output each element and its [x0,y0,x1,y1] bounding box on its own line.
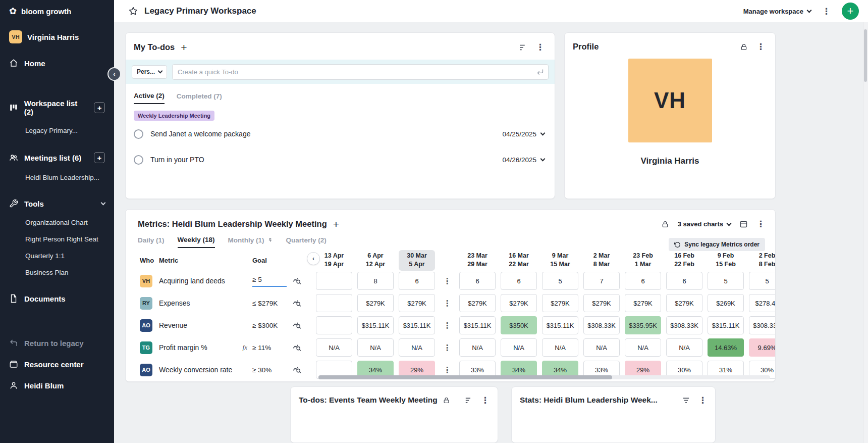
resource-center-button[interactable]: Resource center [0,354,114,375]
chart-zoom-icon[interactable] [293,321,316,330]
metric-value-cell[interactable]: N/A [316,338,352,357]
sidebar-item-quarterly-1-1[interactable]: Quarterly 1:1 [0,248,114,264]
header-menu-icon[interactable]: ⋮ [822,7,831,16]
metric-value-cell[interactable]: $279K [459,294,496,312]
metrics-tab-monthly-1[interactable]: Monthly (1) [228,236,273,248]
sidebar-section-tools[interactable]: Tools [0,193,114,214]
metric-value-cell[interactable]: $279K [542,294,578,312]
chart-zoom-icon[interactable] [293,299,316,308]
sidebar-item-heidi-blum-leadership[interactable]: Heidi Blum Leadership... [0,169,114,186]
add-metric-button[interactable]: + [333,219,339,229]
metric-value-cell[interactable]: 7 [583,272,620,290]
row-menu-icon[interactable]: ⋮ [440,365,454,375]
sidebar-item-organizational-chart[interactable]: Organizational Chart [0,214,114,231]
sidebar-collapse-button[interactable]: ‹ [107,67,121,81]
return-to-legacy-button[interactable]: Return to legacy [0,332,114,354]
events-todos-menu-icon[interactable]: ⋮ [481,396,490,405]
metric-name-cell[interactable]: Revenue [159,321,252,329]
metric-value-cell[interactable]: N/A [399,338,435,357]
goal-cell[interactable]: ≤ $279K [252,299,293,308]
lock-icon[interactable] [740,43,748,51]
todo-type-dropdown[interactable]: Pers... [132,65,167,79]
metric-value-cell[interactable]: $308.33K [583,316,620,334]
metric-value-cell[interactable]: 5 [542,272,578,290]
chart-zoom-icon[interactable] [293,343,316,352]
metric-value-cell[interactable]: 14.63% [708,338,744,357]
metric-value-cell[interactable]: $315.11K [399,316,435,334]
metric-value-cell[interactable]: 6 [501,272,537,290]
metric-value-cell[interactable]: N/A [666,338,702,357]
sync-legacy-metrics-button[interactable]: Sync legacy Metrics order [669,238,765,251]
sort-icon[interactable] [464,396,473,405]
owner-badge[interactable]: AO [140,319,152,332]
owner-badge[interactable]: TG [140,341,152,354]
metric-value-cell[interactable]: $315.11K [708,316,744,334]
metric-value-cell[interactable]: $269K [708,294,744,312]
sidebar-item-right-person-right-seat[interactable]: Right Person Right Seat [0,231,114,248]
row-menu-icon[interactable]: ⋮ [440,321,454,330]
metric-value-cell[interactable]: N/A [357,338,394,357]
metric-value-cell[interactable]: $278.44 [749,294,775,312]
calendar-icon[interactable] [739,220,748,228]
metric-value-cell[interactable] [316,272,352,290]
metric-value-cell[interactable]: $308.33K [666,316,702,334]
metrics-menu-icon[interactable]: ⋮ [756,220,765,228]
sidebar-item-business-plan[interactable]: Business Plan [0,264,114,281]
metric-value-cell[interactable]: N/A [459,338,496,357]
goal-cell[interactable]: ≥ 11% [252,343,293,352]
metric-value-cell[interactable]: 5 [708,272,744,290]
metric-value-cell[interactable]: N/A [501,338,537,357]
todo-due-date[interactable]: 04/25/2025 [502,130,545,138]
manage-workspace-dropdown[interactable]: Manage workspace [743,8,811,15]
add-todo-button[interactable]: + [181,42,187,53]
metric-value-cell[interactable]: 5 [749,272,775,290]
sidebar-footer-user[interactable]: Heidi Blum [0,375,114,396]
quick-todo-input[interactable] [172,64,549,80]
metric-value-cell[interactable]: $315.11K [357,316,394,334]
sidebar-item-home[interactable]: Home [0,53,114,74]
page-scrollbar-thumb[interactable] [864,29,867,82]
metric-value-cell[interactable]: 6 [625,272,661,290]
goal-cell[interactable]: ≥ 5 [252,275,293,287]
owner-badge[interactable]: RY [140,297,152,310]
owner-badge[interactable]: VH [140,275,152,287]
sidebar-section-workspace-list[interactable]: Workspace list (2) + [0,93,114,122]
sort-icon[interactable] [518,43,527,52]
metrics-columns-collapse-button[interactable]: ‹ [307,252,320,265]
chart-zoom-icon[interactable] [293,366,316,374]
metric-value-cell[interactable]: N/A [542,338,578,357]
metric-name-cell[interactable]: Weekly conversion rate [159,366,252,374]
metric-name-cell[interactable]: Profit margin %fx [159,343,252,352]
metric-value-cell[interactable]: $279K [666,294,702,312]
metrics-hscrollbar-thumb[interactable] [318,375,612,379]
add-meeting-button[interactable]: + [94,152,105,163]
sidebar-item-legacy-primary[interactable]: Legacy Primary... [0,122,114,139]
row-menu-icon[interactable]: ⋮ [440,299,454,308]
add-new-button[interactable]: + [842,3,859,20]
metric-value-cell[interactable]: $279K [583,294,620,312]
sidebar-section-meetings-list[interactable]: Meetings list (6) + [0,146,114,169]
star-icon[interactable] [128,6,138,16]
metric-name-cell[interactable]: Acquiring land deeds [159,277,252,285]
goal-cell[interactable]: ≥ 30% [252,365,293,374]
stats-menu-icon[interactable]: ⋮ [698,396,707,405]
tab-completed-todos[interactable]: Completed (7) [177,92,222,104]
metric-value-cell[interactable]: $315.11K [459,316,496,334]
bloom-growth-logo[interactable]: ✿ bloom growth [0,0,114,22]
metric-value-cell[interactable]: 6 [666,272,702,290]
metric-value-cell[interactable] [316,294,352,312]
chart-zoom-icon[interactable] [293,277,316,285]
row-menu-icon[interactable]: ⋮ [440,276,454,286]
saved-charts-dropdown[interactable]: 3 saved charts [678,220,731,228]
profile-menu-icon[interactable]: ⋮ [756,42,765,51]
todo-checkbox[interactable] [134,155,143,165]
filter-icon[interactable] [682,396,690,405]
metric-value-cell[interactable]: $335.95K [625,316,661,334]
goal-cell[interactable]: ≥ $300K [252,321,293,330]
sidebar-user[interactable]: VH Virginia Harris [0,24,114,50]
lock-icon[interactable] [443,397,450,404]
my-todos-menu-icon[interactable]: ⋮ [536,43,545,52]
metric-value-cell[interactable]: $315.11K [542,316,578,334]
tab-active-todos[interactable]: Active (2) [134,92,165,104]
owner-badge[interactable]: AO [140,364,152,376]
